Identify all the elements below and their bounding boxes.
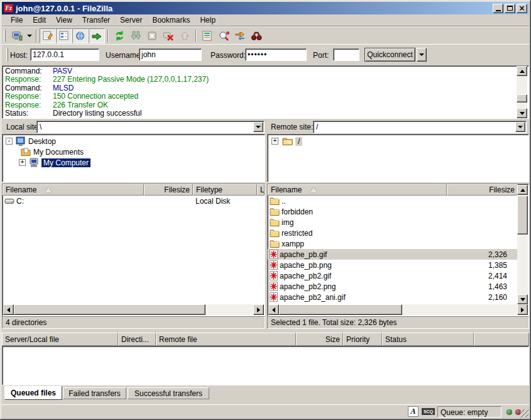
compare-directories-button[interactable] [216,28,232,43]
filter-button[interactable] [199,28,216,43]
scroll-down-button[interactable] [517,294,528,304]
maximize-button[interactable] [505,4,515,13]
menu-item[interactable]: Help [195,15,221,25]
file-row[interactable]: C: Local Disk [3,196,265,206]
expand-toggle[interactable]: + [19,159,26,166]
column-header-status[interactable]: Status [382,333,474,346]
file-name: forbidden [282,207,313,216]
scroll-right-button[interactable] [253,304,264,315]
site-manager-dropdown[interactable] [25,28,33,43]
scroll-thumb[interactable] [279,304,402,315]
toolbar-grip[interactable] [4,30,6,42]
tree-item-my-documents[interactable]: My Documents [3,146,265,157]
scroll-right-button[interactable] [517,304,528,315]
quickconnect-grip[interactable] [6,48,8,61]
tab-failed-transfers[interactable]: Failed transfers [63,387,126,399]
column-header-last-modified[interactable]: L [257,184,265,196]
remote-list-hscrollbar[interactable] [268,304,528,315]
site-manager-icon [11,30,23,41]
tab-successful-transfers[interactable]: Successful transfers [128,387,209,399]
file-row[interactable]: forbidden [268,206,518,217]
refresh-button[interactable] [111,28,128,43]
minimize-icon [496,6,501,11]
username-input[interactable] [139,48,202,61]
log-line-label: Command: [5,67,53,75]
local-site-combo[interactable]: \ [36,121,265,133]
transfer-type-indicator[interactable]: A [408,406,419,417]
file-name: apache_pb.gif [280,250,327,259]
column-header-remote-file[interactable]: Remote file [156,333,296,346]
file-row[interactable]: apache_pb2.png 1,463 [268,281,518,292]
column-header-priority[interactable]: Priority [343,333,382,346]
scroll-track[interactable] [517,76,527,108]
file-row[interactable]: restricted [268,228,518,238]
menu-item[interactable]: View [51,15,77,25]
scroll-left-button[interactable] [268,304,279,315]
scroll-up-button[interactable] [517,66,527,76]
column-header-filetype[interactable]: Filetype [193,184,257,196]
log-scrollbar[interactable] [517,66,527,118]
menu-item[interactable]: Server [115,15,147,25]
column-header-direction[interactable]: Directi... [118,333,156,346]
toggle-message-log-button[interactable] [40,28,56,43]
quickconnect-dropdown[interactable] [417,48,427,62]
file-row[interactable]: xampp [268,238,518,249]
scroll-up-button[interactable] [517,185,528,195]
column-header-filesize[interactable]: Filesize [144,184,193,196]
column-header-filesize[interactable]: Filesize [447,184,518,196]
column-header-filename[interactable]: Filename [3,184,144,196]
host-input[interactable] [30,48,99,61]
file-row[interactable]: .. [268,196,518,206]
synchronized-browsing-button[interactable] [232,28,248,43]
process-queue-button[interactable] [128,28,144,43]
column-header-filename[interactable]: Filename [268,184,447,196]
scroll-down-button[interactable] [517,108,527,118]
toggle-remote-tree-button[interactable] [72,28,89,43]
combo-dropdown-button[interactable] [515,122,525,132]
scroll-thumb[interactable] [14,304,205,315]
status-bar: A SCQ Queue: empty [2,404,529,418]
resize-grip-icon[interactable] [520,409,528,417]
remote-site-combo[interactable]: / [313,121,527,133]
scroll-thumb[interactable] [517,94,527,102]
port-input[interactable] [333,48,359,61]
expand-toggle[interactable]: + [271,138,278,145]
file-row[interactable]: img [268,217,518,228]
file-row[interactable]: apache_pb.png 1,385 [268,260,518,270]
tree-item-desktop[interactable]: - Desktop [3,136,265,146]
toggle-transfer-queue-button[interactable] [89,28,105,43]
password-input[interactable] [245,48,307,61]
scroll-thumb[interactable] [517,196,528,235]
scroll-left-button[interactable] [3,304,14,315]
menu-item[interactable]: Transfer [77,15,115,25]
disconnect-button[interactable] [160,28,177,43]
arrow-right-icon [521,307,524,312]
combo-dropdown-button[interactable] [253,122,263,132]
cancel-button[interactable] [144,28,160,43]
tree-item-my-computer[interactable]: + My Computer [3,157,265,168]
minimize-button[interactable] [493,4,503,13]
speed-limits-badge[interactable]: SCQ [422,408,435,415]
file-row[interactable]: apache_pb2_ani.gif 2,160 [268,292,518,302]
quickconnect-button[interactable]: Quickconnect [364,48,415,62]
tree-item-root[interactable]: + / [268,136,528,146]
column-header-size[interactable]: Size [296,333,343,346]
menu-item[interactable]: Edit [28,15,51,25]
close-button[interactable]: × [517,4,527,13]
column-header-server-local-file[interactable]: Server/Local file [2,333,118,346]
find-files-button[interactable] [248,28,265,43]
menu-item[interactable]: File [6,15,28,25]
toggle-local-tree-button[interactable] [56,28,72,43]
menu-item[interactable]: Bookmarks [147,15,195,25]
site-manager-button[interactable] [9,28,25,43]
collapse-toggle[interactable]: - [6,138,13,145]
queue-body[interactable] [2,346,529,385]
file-row[interactable]: apache_pb.gif 2,326 [268,249,518,260]
remote-site-value: / [316,123,318,131]
reconnect-button[interactable] [177,28,193,43]
file-name: img [282,218,293,227]
remote-list-vscrollbar[interactable] [517,185,528,304]
file-row[interactable]: apache_pb2.gif 2,414 [268,270,518,281]
local-list-hscrollbar[interactable] [3,304,264,315]
tab-queued-files[interactable]: Queued files [4,386,62,400]
